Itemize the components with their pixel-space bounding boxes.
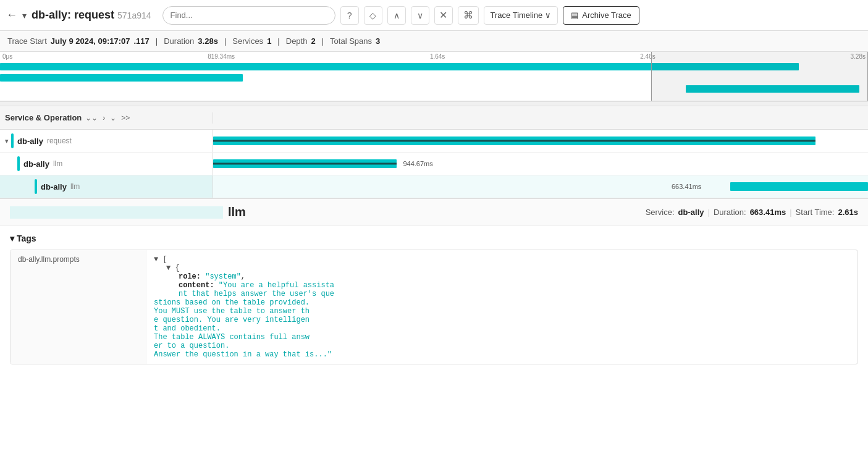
depth-label: Depth xyxy=(286,36,308,46)
service-color-bar xyxy=(17,156,20,171)
expand-down-button[interactable]: ⌄ xyxy=(109,112,117,124)
row-label-span2[interactable]: db-ally llm xyxy=(0,153,213,175)
detail-duration-label: Duration: xyxy=(714,208,746,217)
service-name: db-ally xyxy=(23,159,49,169)
row-label-span3[interactable]: db-ally llm xyxy=(0,175,213,198)
row-timeline-span2: 944.67ms xyxy=(213,153,868,175)
detail-side xyxy=(10,206,223,219)
row-label-span1[interactable]: ▾ db-ally request xyxy=(0,130,213,152)
row-timeline-span1 xyxy=(213,130,868,152)
trace-start-ms: .117 xyxy=(133,36,149,46)
services-value: 1 xyxy=(267,36,271,46)
depth-value: 2 xyxy=(311,36,315,46)
trace-rows: ▾ db-ally request db-ally llm xyxy=(0,130,868,454)
total-spans-value: 3 xyxy=(376,36,380,46)
table-row: db-ally llm 944.67ms xyxy=(0,153,868,175)
table-row: ▾ db-ally request xyxy=(0,130,868,153)
service-name: db-ally xyxy=(17,137,43,146)
detail-meta: Service: db-ally | Duration: 663.41ms | … xyxy=(646,208,858,217)
total-spans-label: Total Spans xyxy=(330,36,372,46)
service-op-label: Service & Operation xyxy=(5,113,82,122)
service-name: db-ally xyxy=(41,182,67,191)
tags-caret: ▾ xyxy=(10,233,14,243)
span-bar-overlay xyxy=(213,140,815,142)
trace-start-label: Trace Start xyxy=(7,36,47,46)
collapse-all-button[interactable]: ⌄⌄ xyxy=(84,112,99,124)
help-button[interactable]: ? xyxy=(340,6,359,25)
detail-start-value: 2.61s xyxy=(838,208,858,217)
tag-value: ▼ [ ▼ { role: "system", content: "You ar… xyxy=(146,250,857,364)
minimap-timeline: 0μs 819.34ms 1.64s 2.46s 3.28s xyxy=(0,52,868,101)
separator xyxy=(0,101,868,106)
op-name: llm xyxy=(70,182,80,191)
minimap-selection[interactable] xyxy=(651,52,868,101)
service-color-bar xyxy=(11,133,14,148)
span-duration-label: 663.41ms xyxy=(672,183,701,190)
close-button[interactable]: ✕ xyxy=(434,6,453,25)
span-duration-label: 944.67ms xyxy=(403,160,432,167)
detail-op-name: llm xyxy=(228,205,246,219)
tags-toggle[interactable]: ▾ Tags xyxy=(10,233,858,243)
trace-title: db-ally: request 571a914 xyxy=(32,9,151,22)
table-row: db-ally llm 663.41ms xyxy=(0,175,868,198)
trace-id: 571a914 xyxy=(117,11,151,20)
row-timeline-span3: 663.41ms xyxy=(213,175,868,198)
nav-down-button[interactable]: ∨ xyxy=(411,6,429,25)
expand-all-button[interactable]: >> xyxy=(120,112,131,124)
archive-button[interactable]: ▤ Archive Trace xyxy=(563,6,639,25)
focus-button[interactable]: ◇ xyxy=(364,6,382,25)
services-label: Services xyxy=(232,36,263,46)
detail-duration-value: 663.41ms xyxy=(750,208,786,217)
tags-table: db-ally.llm.prompts ▼ [ ▼ { role: "syste… xyxy=(10,250,858,364)
top-bar: ← ▾ db-ally: request 571a914 ? ◇ ∧ ∨ ✕ ⌘… xyxy=(0,0,868,31)
op-name: request xyxy=(47,137,72,145)
detail-service-value: db-ally xyxy=(678,208,704,217)
minimap: 0μs 819.34ms 1.64s 2.46s 3.28s xyxy=(0,52,868,101)
span-bar-overlay xyxy=(213,163,397,165)
minimap-span2 xyxy=(0,74,243,82)
detail-start-label: Start Time: xyxy=(796,208,835,217)
span-bar xyxy=(730,182,868,191)
collapse-button[interactable]: ▾ xyxy=(22,11,27,20)
detail-service-label: Service: xyxy=(646,208,675,217)
search-input[interactable] xyxy=(162,6,335,25)
trace-container: Service & Operation ⌄⌄ › ⌄ >> 0μs 819.34… xyxy=(0,106,868,454)
archive-label: Archive Trace xyxy=(582,11,631,20)
duration-label: Duration xyxy=(164,36,194,46)
archive-icon: ▤ xyxy=(571,11,578,20)
cmd-button[interactable]: ⌘ xyxy=(458,6,479,25)
service-color-bar xyxy=(35,179,37,194)
detail-panel: llm Service: db-ally | Duration: 663.41m… xyxy=(0,198,868,402)
service-op-column-header: Service & Operation ⌄⌄ › ⌄ >> xyxy=(0,112,213,124)
tag-key: db-ally.llm.prompts xyxy=(11,250,146,364)
meta-bar: Trace Start July 9 2024, 09:17:07 .117 |… xyxy=(0,31,868,52)
list-item: db-ally.llm.prompts ▼ [ ▼ { role: "syste… xyxy=(11,250,857,364)
tags-label: Tags xyxy=(17,233,36,243)
expand-right-button[interactable]: › xyxy=(101,112,106,124)
timeline-dropdown[interactable]: Trace Timeline ∨ xyxy=(484,6,558,25)
op-name: llm xyxy=(53,159,62,168)
nav-up-button[interactable]: ∧ xyxy=(387,6,406,25)
detail-header: llm Service: db-ally | Duration: 663.41m… xyxy=(0,199,868,226)
trace-header: Service & Operation ⌄⌄ › ⌄ >> 0μs 819.34… xyxy=(0,106,868,130)
toggle-icon[interactable]: ▾ xyxy=(5,137,9,145)
back-button[interactable]: ← xyxy=(6,9,17,22)
trace-start-date: July 9 2024, 09:17:07 xyxy=(51,36,130,46)
tags-section: ▾ Tags db-ally.llm.prompts ▼ [ ▼ { role:… xyxy=(0,226,868,372)
duration-value: 3.28s xyxy=(198,36,218,46)
